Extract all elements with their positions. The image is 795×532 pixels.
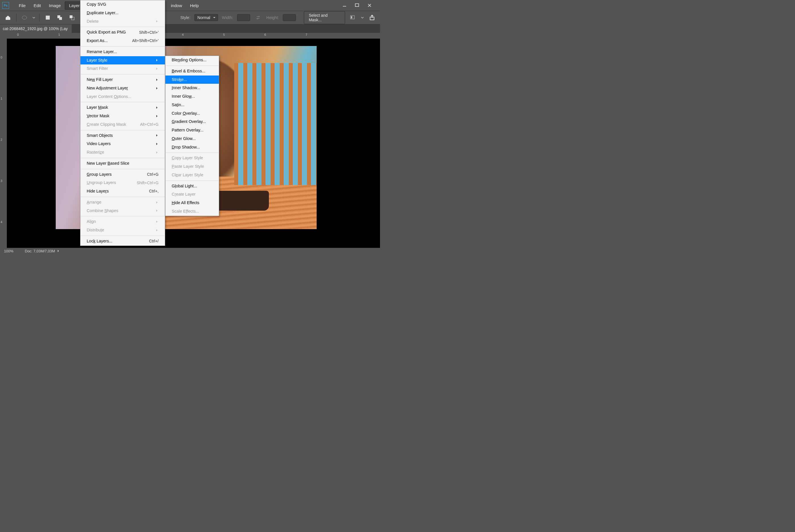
menu-item: Arrange (80, 198, 165, 207)
select-and-mask-button[interactable]: Select and Mask... (304, 11, 345, 24)
close-icon[interactable] (367, 3, 372, 8)
menu-item[interactable]: Lock Layers...Ctrl+/ (80, 237, 165, 246)
zoom-level[interactable]: 100% (4, 249, 13, 253)
menu-item-label: Rasterize (87, 149, 104, 156)
selection-add-icon[interactable] (56, 13, 64, 22)
panel-chevron-icon[interactable] (361, 15, 364, 20)
menu-item-label: New Layer Based Slice (87, 160, 129, 167)
submenu-arrow-icon (156, 79, 159, 81)
ruler-tick: 3 (1, 179, 2, 183)
menu-item-label: Vector Mask (87, 113, 109, 119)
menu-item[interactable]: Outer Glow... (165, 135, 219, 143)
menu-shortcut: Ctrl+, (149, 188, 159, 194)
width-input[interactable] (237, 14, 250, 21)
menu-item-label: Export As... (87, 38, 108, 44)
menu-item[interactable]: New Adjustment Layer (80, 84, 165, 93)
tool-preset-chevron-icon[interactable] (32, 15, 35, 20)
menu-item[interactable]: Export As...Alt+Shift+Ctrl+' (80, 37, 165, 45)
menu-item-label: Blending Options... (172, 57, 206, 63)
menu-item[interactable]: Inner Shadow... (165, 84, 219, 92)
share-icon[interactable] (368, 13, 376, 22)
menu-item-label: Global Light... (172, 183, 197, 189)
height-input[interactable] (283, 14, 296, 21)
menu-item[interactable]: Gradient Overlay... (165, 117, 219, 126)
menu-item: Create Layer (165, 190, 219, 199)
menu-item[interactable]: Rename Layer... (80, 48, 165, 56)
style-select[interactable]: Normal (194, 14, 218, 21)
menu-item-label: Clear Layer Style (172, 172, 203, 178)
ruler-tick: 4 (1, 220, 2, 224)
menu-item[interactable]: Quick Export as PNGShift+Ctrl+' (80, 28, 165, 37)
menu-item: Rasterize (80, 148, 165, 157)
menu-item[interactable]: Video Layers (80, 140, 165, 148)
menu-item-label: Satin... (172, 102, 184, 108)
maximize-icon[interactable] (355, 3, 360, 8)
layer-menu-dropdown: Copy SVGDuplicate Layer...DeleteQuick Ex… (80, 0, 165, 246)
menu-item[interactable]: Layer Style (80, 56, 165, 65)
menu-item[interactable]: New Layer Based Slice (80, 159, 165, 168)
menu-shortcut: Shift+Ctrl+G (137, 180, 159, 186)
menu-item-label: Arrange (87, 199, 102, 206)
menu-item[interactable]: Smart Objects (80, 131, 165, 140)
menu-item[interactable]: Bevel & Emboss... (165, 67, 219, 76)
menu-item-label: Scale Effects... (172, 208, 199, 215)
menu-item[interactable]: Hide LayersCtrl+, (80, 187, 165, 195)
menu-item-label: Hide Layers (87, 188, 109, 194)
ruler-vertical: 01234 (0, 39, 7, 248)
menu-item[interactable]: Layer Mask (80, 103, 165, 112)
menu-window[interactable]: indow (167, 2, 186, 10)
menu-item[interactable]: Duplicate Layer... (80, 9, 165, 17)
menu-image[interactable]: Image (45, 2, 65, 10)
menu-item-label: Create Clipping Mask (87, 121, 126, 128)
submenu-arrow-icon (156, 229, 159, 231)
svg-rect-13 (351, 16, 352, 18)
menu-item-label: Layer Content Options... (87, 94, 131, 100)
menu-item-label: Copy SVG (87, 1, 106, 8)
selection-subtract-icon[interactable] (68, 13, 76, 22)
ruler-corner (0, 33, 7, 39)
svg-rect-7 (59, 17, 62, 20)
home-icon[interactable] (4, 13, 12, 22)
menu-item-label: Distribute (87, 227, 104, 233)
app-logo: Ps (2, 2, 9, 9)
ruler-tick: 2 (1, 138, 2, 141)
selection-new-icon[interactable] (43, 13, 52, 22)
menu-item-label: Ungroup Layers (87, 180, 116, 186)
menu-item[interactable]: Satin... (165, 101, 219, 109)
menu-item[interactable]: Global Light... (165, 182, 219, 190)
menu-item[interactable]: Stroke... (165, 76, 219, 84)
menu-item-label: New Fill Layer (87, 77, 113, 83)
submenu-arrow-icon (156, 107, 159, 109)
menu-item[interactable]: Vector Mask (80, 112, 165, 120)
menu-item[interactable]: Blending Options... (165, 56, 219, 64)
swap-dimensions-icon[interactable] (254, 13, 263, 22)
submenu-arrow-icon (156, 20, 159, 22)
menu-item[interactable]: Drop Shadow... (165, 143, 219, 152)
document-tab[interactable]: cat-2068462_1920.jpg @ 100% (Lay (0, 24, 72, 33)
ruler-tick: 0 (17, 33, 19, 36)
layer-style-submenu: Blending Options...Bevel & Emboss...Stro… (165, 56, 219, 216)
panel-options-icon[interactable] (349, 13, 357, 22)
menu-help[interactable]: Help (186, 2, 203, 10)
menu-item[interactable]: Color Overlay... (165, 109, 219, 118)
menu-item[interactable]: Pattern Overlay... (165, 126, 219, 135)
menu-item: Create Clipping MaskAlt+Ctrl+G (80, 120, 165, 129)
minimize-icon[interactable] (342, 3, 347, 8)
submenu-arrow-icon (156, 134, 159, 136)
menu-item[interactable]: Group LayersCtrl+G (80, 170, 165, 179)
ruler-tick: 1 (58, 33, 60, 36)
menu-item-label: Layer Style (87, 57, 107, 63)
ruler-horizontal: 01234567 (7, 33, 380, 39)
marquee-tool-icon[interactable] (20, 13, 29, 22)
menu-item-label: Create Layer (172, 191, 196, 197)
status-arrow-icon[interactable] (58, 250, 60, 252)
menu-item: Ungroup LayersShift+Ctrl+G (80, 178, 165, 187)
menu-edit[interactable]: Edit (30, 2, 45, 10)
doc-size: Doc: 7,03M/7,03M (25, 249, 55, 253)
menu-item[interactable]: Copy SVG (80, 0, 165, 9)
menu-item[interactable]: Inner Glow... (165, 92, 219, 101)
menu-item[interactable]: Hide All Effects (165, 199, 219, 207)
ruler-tick: 0 (1, 56, 2, 59)
menu-file[interactable]: File (15, 2, 30, 10)
menu-item[interactable]: New Fill Layer (80, 76, 165, 84)
